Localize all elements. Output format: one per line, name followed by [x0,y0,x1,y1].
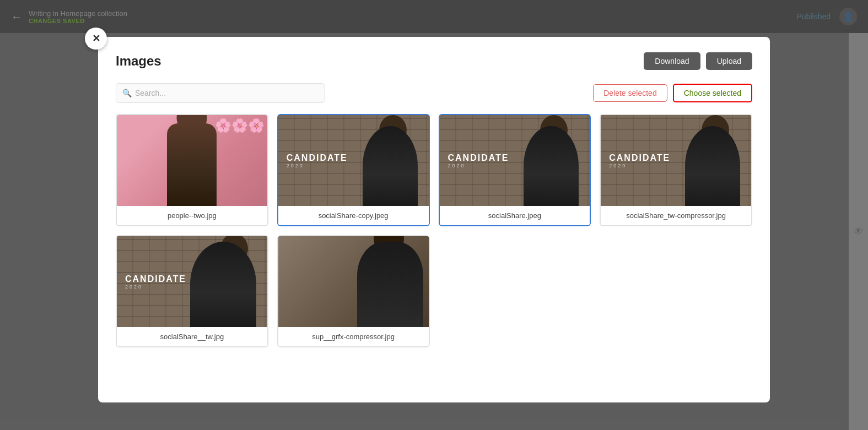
candidate-title: CANDIDATE [448,153,509,163]
image-card[interactable]: CANDIDATE 2020 socialShare.jpeg [439,114,591,226]
person-body [524,126,579,206]
delete-selected-button[interactable]: Delete selected [593,84,667,102]
action-buttons: Delete selected Choose selected [593,84,752,102]
image-card[interactable]: CANDIDATE 2020 socialShare_tw-compressor… [600,114,752,226]
candidate-title: CANDIDATE [609,153,670,163]
image-filename: socialShare-copy.jpeg [278,206,429,225]
image-thumbnail: CANDIDATE 2020 [117,236,267,327]
person-body [685,126,740,206]
sup-image [278,236,429,327]
image-card[interactable]: CANDIDATE 2020 socialShare-copy.jpeg [277,114,430,226]
checkerboard-bg [117,115,267,206]
download-button[interactable]: Download [644,52,700,70]
candidate-text-overlay: CANDIDATE 2020 [125,274,186,290]
modal-title: Images [116,53,161,69]
person-body [190,242,256,327]
image-filename: socialShare_tw-compressor.jpg [601,206,751,225]
image-card[interactable]: sup__grfx-compressor.jpg [277,235,430,347]
person-body [167,123,217,206]
close-button[interactable]: ✕ [85,28,107,50]
upload-button[interactable]: Upload [706,52,752,70]
search-input[interactable] [116,83,325,103]
search-row: 🔍 Delete selected Choose selected [116,83,752,103]
person-body [363,126,418,206]
candidate-title: CANDIDATE [287,153,348,163]
choose-selected-button[interactable]: Choose selected [673,84,752,102]
candidate-year: 2020 [125,284,186,290]
candidate-year: 2020 [287,163,348,168]
candidate-year: 2020 [609,163,670,168]
image-filename: socialShare.jpeg [440,206,590,225]
image-thumbnail: CANDIDATE 2020 [278,115,429,206]
image-filename: socialShare__tw.jpg [117,327,267,346]
candidate-text-overlay: CANDIDATE 2020 [287,153,348,168]
images-modal: Images Download Upload 🔍 Delete selected… [98,37,770,402]
person-body [357,242,423,327]
candidate-title: CANDIDATE [125,274,186,284]
image-filename: sup__grfx-compressor.jpg [278,327,429,346]
candidate-image: CANDIDATE 2020 [117,236,267,327]
candidate-image: CANDIDATE 2020 [278,115,429,206]
image-thumbnail [117,115,267,206]
image-thumbnail: CANDIDATE 2020 [440,115,590,206]
image-grid: people--two.jpg CANDIDATE 2020 socialSha… [116,114,752,347]
search-container: 🔍 [116,83,325,103]
image-thumbnail: CANDIDATE 2020 [601,115,751,206]
image-thumbnail [278,236,429,327]
candidate-text-overlay: CANDIDATE 2020 [609,153,670,168]
image-filename: people--two.jpg [117,206,267,225]
image-card[interactable]: CANDIDATE 2020 socialShare__tw.jpg [116,235,268,347]
modal-header: Images Download Upload [116,52,752,70]
cherry-blossom-image [117,115,267,206]
search-icon: 🔍 [122,89,132,97]
candidate-year: 2020 [448,163,509,168]
close-icon: ✕ [92,32,100,45]
candidate-image: CANDIDATE 2020 [601,115,751,206]
modal-header-buttons: Download Upload [644,52,752,70]
image-card[interactable]: people--two.jpg [116,114,268,226]
candidate-image: CANDIDATE 2020 [440,115,590,206]
candidate-text-overlay: CANDIDATE 2020 [448,153,509,168]
